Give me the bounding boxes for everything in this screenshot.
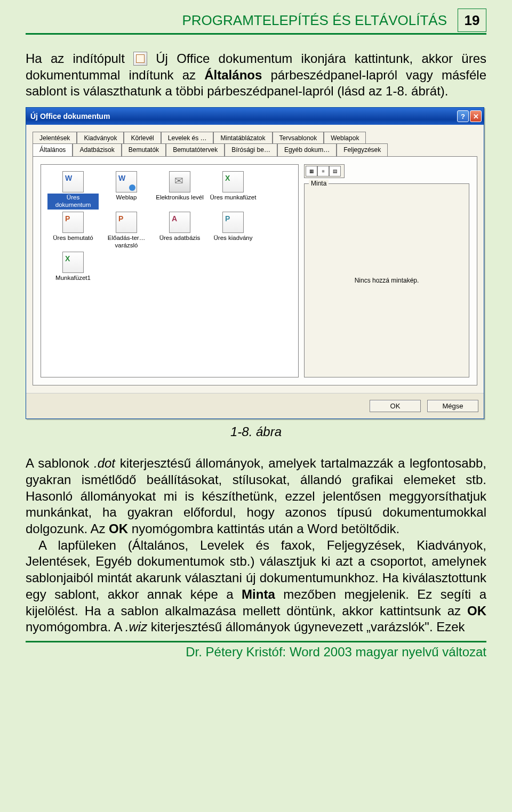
italic-text: .wiz — [125, 620, 147, 634]
template-item-eloadas-varazslo[interactable]: Előadás-ter… varázsló — [100, 211, 153, 251]
bold-text: Minta — [242, 587, 275, 601]
office-doc-icon — [133, 52, 147, 66]
text: nyomógombra kattintás után a Word betölt… — [128, 521, 399, 536]
template-label: Előadás-ter… varázsló — [101, 234, 152, 250]
template-item-ures-bemutato[interactable]: Üres bemutató — [46, 211, 100, 251]
template-label: Üres munkafüzet — [209, 194, 258, 202]
body-text-2: A sablonok .dot kiterjesztésű állományok… — [26, 455, 486, 636]
template-item-elektronikus-level[interactable]: Elektronikus levél — [153, 170, 206, 211]
tabs-row-2: Általános Adatbázisok Bemutatók Bemutató… — [33, 143, 477, 156]
new-office-document-dialog: Új Office dokumentum ? ✕ Jelentések Kiad… — [26, 107, 484, 419]
text: nyomógombra. A — [26, 620, 125, 634]
text: Ha az indítópult — [26, 51, 133, 66]
template-label: Weblap — [115, 194, 138, 202]
tab-feljegyzesek[interactable]: Feljegyzések — [337, 143, 388, 156]
tab-adatbazisok[interactable]: Adatbázisok — [73, 143, 121, 156]
tab-levelek[interactable]: Levelek és … — [161, 132, 214, 144]
cancel-button[interactable]: Mégse — [427, 400, 478, 412]
text: kiterjesztésű állományok úgynevezett „va… — [147, 620, 465, 634]
template-icon-area: Üres dokumentum Weblap Elektronikus levé… — [41, 164, 299, 377]
text: A sablonok — [26, 456, 94, 470]
excel-icon — [62, 252, 84, 273]
template-item-weblap[interactable]: Weblap — [100, 170, 153, 211]
word-doc-icon — [62, 171, 84, 192]
tab-jelentesek[interactable]: Jelentések — [33, 132, 77, 144]
header-title: PROGRAMTELEPÍTÉS ÉS ELTÁVOLÍTÁS — [26, 12, 451, 29]
view-list-button[interactable]: ≡ — [317, 166, 329, 176]
tab-korlevel[interactable]: Körlevél — [124, 132, 161, 144]
view-large-icons-button[interactable]: ▦ — [306, 166, 317, 176]
template-item-ures-munkafuzet[interactable]: Üres munkafüzet — [206, 170, 260, 211]
bold-text: OK — [467, 604, 486, 618]
template-label: Munkafüzet1 — [54, 274, 92, 283]
tabs-row-1: Jelentések Kiadványok Körlevél Levelek é… — [33, 131, 477, 143]
dialog-title: Új Office dokumentum — [30, 112, 456, 120]
tab-tervsablonok[interactable]: Tervsablonok — [273, 132, 324, 144]
ok-button[interactable]: OK — [370, 400, 421, 412]
tab-mintatablazatok[interactable]: Mintatáblázatok — [213, 132, 272, 144]
template-item-ures-dokumentum[interactable]: Üres dokumentum — [46, 170, 100, 211]
page-number: 19 — [458, 9, 486, 32]
tab-panel: Üres dokumentum Weblap Elektronikus levé… — [33, 156, 477, 385]
view-details-button[interactable]: ▤ — [329, 166, 341, 176]
close-button[interactable]: ✕ — [470, 110, 482, 122]
footer-text: Dr. Pétery Kristóf: Word 2003 magyar nye… — [0, 642, 512, 660]
tab-bemutatotervek[interactable]: Bemutatótervek — [166, 143, 225, 156]
preview-column: ▦ ≡ ▤ Minta Nincs hozzá mintakép. — [299, 164, 469, 377]
page-header: PROGRAMTELEPÍTÉS ÉS ELTÁVOLÍTÁS 19 — [26, 9, 486, 35]
preview-box: Minta Nincs hozzá mintakép. — [304, 183, 469, 377]
italic-text: .dot — [94, 456, 115, 470]
dialog-footer: OK Mégse — [26, 393, 484, 419]
template-item-ures-adatbazis[interactable]: Üres adatbázis — [153, 211, 206, 251]
template-label: Üres bemutató — [52, 234, 94, 243]
body-text: Ha az indítópult Új Office dokumentum ik… — [26, 51, 486, 100]
bold-text: OK — [109, 521, 128, 536]
publisher-icon — [222, 212, 244, 233]
tab-egyeb[interactable]: Egyéb dokum… — [277, 143, 337, 156]
webpage-icon — [116, 171, 137, 192]
template-item-munkafuzet1[interactable]: Munkafüzet1 — [46, 251, 100, 284]
template-label: Üres kiadvány — [213, 234, 254, 243]
templates-grid: Üres dokumentum Weblap Elektronikus levé… — [46, 170, 293, 284]
template-label: Elektronikus levél — [155, 194, 204, 202]
dialog-titlebar[interactable]: Új Office dokumentum ? ✕ — [26, 108, 484, 125]
figure-caption: 1-8. ábra — [26, 424, 486, 439]
view-mode-buttons: ▦ ≡ ▤ — [304, 164, 345, 178]
preview-text: Nincs hozzá mintakép. — [305, 277, 469, 284]
template-label: Üres dokumentum — [47, 194, 99, 210]
ppt-icon — [62, 212, 84, 233]
tab-bemutatok[interactable]: Bemutatók — [122, 143, 166, 156]
tab-birosagi[interactable]: Bírósági be… — [225, 143, 277, 156]
ppt-wizard-icon — [116, 212, 137, 233]
excel-icon — [222, 171, 244, 192]
preview-label: Minta — [309, 180, 329, 187]
help-button[interactable]: ? — [457, 110, 469, 122]
access-icon — [169, 212, 190, 233]
bold-text: Általános — [204, 68, 262, 82]
tab-altalanos[interactable]: Általános — [33, 143, 73, 156]
dialog-body: Jelentések Kiadványok Körlevél Levelek é… — [26, 125, 484, 393]
template-label: Üres adatbázis — [158, 234, 202, 243]
template-item-ures-kiadvany[interactable]: Üres kiadvány — [206, 211, 260, 251]
tab-kiadvanyok[interactable]: Kiadványok — [77, 132, 124, 144]
mail-icon — [169, 171, 190, 192]
tab-weblapok[interactable]: Weblapok — [324, 132, 366, 144]
